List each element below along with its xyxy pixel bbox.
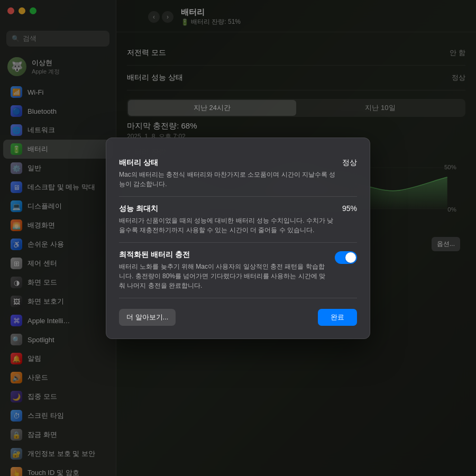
battery-status-value: 정상: [342, 158, 357, 168]
battery-status-title: 배터리 상태: [119, 158, 336, 168]
optimized-charging-toggle[interactable]: [335, 251, 357, 264]
performance-title: 성능 최대치: [119, 204, 336, 214]
modal-row-performance: 성능 최대치 배터리가 신품이었을 때의 성능에 대비한 배터리 성능 수치입니…: [119, 204, 357, 235]
modal-buttons: 더 알아보기... 완료: [119, 309, 357, 326]
optimized-charging-title: 최적화된 배터리 충전: [119, 250, 328, 260]
modal-section-battery-status-content: 배터리 상태 Mac의 배터리는 충전식 배터리와 마찬가지로 소모품이며 시간…: [119, 158, 336, 189]
battery-status-desc: Mac의 배터리는 충전식 배터리와 마찬가지로 소모품이며 시간이 지날수록 …: [119, 170, 336, 189]
toggle-knob: [345, 252, 356, 263]
modal-row-battery-status: 배터리 상태 Mac의 배터리는 충전식 배터리와 마찬가지로 소모품이며 시간…: [119, 158, 357, 189]
modal-section-optimized-charging: 최적화된 배터리 충전 배터리 노화를 늦추기 위해 Mac이 사용자의 일상적…: [119, 243, 357, 298]
performance-desc: 배터리가 신품이었을 때의 성능에 대비한 배터리 성능 수치입니다. 수치가 …: [119, 216, 336, 235]
modal-row-optimized-charging: 최적화된 배터리 충전 배터리 노화를 늦추기 위해 Mac이 사용자의 일상적…: [119, 250, 357, 290]
performance-value: 95%: [342, 204, 357, 213]
done-button[interactable]: 완료: [318, 309, 357, 326]
optimized-charging-desc: 배터리 노화를 늦추기 위해 Mac이 사용자의 일상적인 충전 패턴을 학습합…: [119, 262, 328, 290]
modal-section-battery-status: 배터리 상태 Mac의 배터리는 충전식 배터리와 마찬가지로 소모품이며 시간…: [119, 151, 357, 197]
learn-more-button[interactable]: 더 알아보기...: [119, 309, 176, 326]
modal-section-performance-content: 성능 최대치 배터리가 신품이었을 때의 성능에 대비한 배터리 성능 수치입니…: [119, 204, 336, 235]
modal-section-optimized-content: 최적화된 배터리 충전 배터리 노화를 늦추기 위해 Mac이 사용자의 일상적…: [119, 250, 328, 290]
modal-overlay: 배터리 상태 Mac의 배터리는 충전식 배터리와 마찬가지로 소모품이며 시간…: [0, 0, 476, 476]
battery-info-dialog: 배터리 상태 Mac의 배터리는 충전식 배터리와 마찬가지로 소모품이며 시간…: [106, 138, 370, 339]
modal-section-performance: 성능 최대치 배터리가 신품이었을 때의 성능에 대비한 배터리 성능 수치입니…: [119, 197, 357, 243]
